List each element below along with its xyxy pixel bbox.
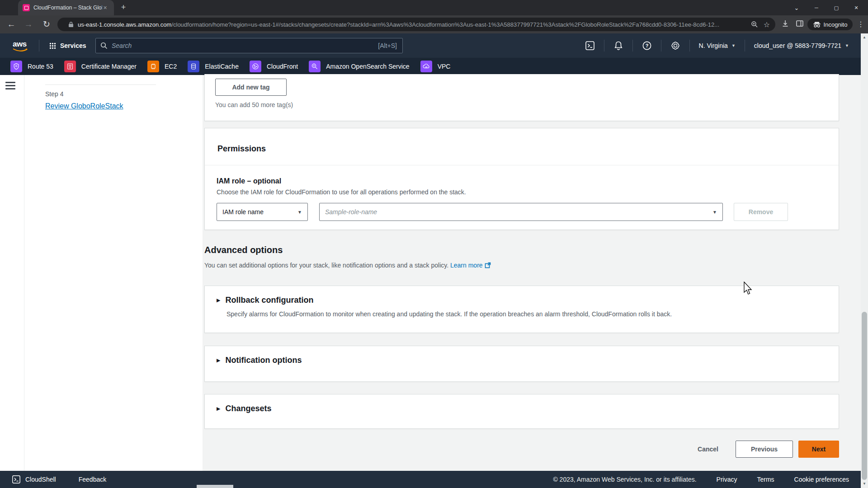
previous-button[interactable]: Previous [736,441,793,458]
expand-arrow-icon[interactable]: ▶ [217,297,220,303]
region-selector[interactable]: N. Virginia ▼ [699,42,736,49]
learn-more-link[interactable]: Learn more [450,262,483,269]
tags-remaining-hint: You can add 50 more tag(s) [215,101,293,108]
privacy-link[interactable]: Privacy [717,476,737,483]
tab-search-icon[interactable]: ⌄ [787,5,807,11]
help-icon[interactable]: ? [642,41,652,51]
account-label: cloud_user @ 5883-7799-7721 [754,42,841,49]
rollback-configuration-description: Specify alarms for CloudFormation to mon… [226,310,827,318]
wizard-actions: Cancel Previous Next [698,441,839,458]
advanced-options-section: Advanced options You can set additional … [204,245,491,270]
chevron-down-icon: ▼ [297,210,302,215]
steps-side-panel: Step 4 Review GloboRoleStack [0,75,203,471]
favorite-opensearch[interactable]: Amazon OpenSearch Service [309,61,409,72]
elasticache-icon [188,61,199,72]
notification-options-title[interactable]: Notification options [225,356,302,365]
favorite-elasticache[interactable]: ElastiCache [188,61,239,72]
iam-role-name-select[interactable]: Sample-role-name ▼ [319,203,723,221]
opensearch-icon [309,61,321,72]
step-link-review-stack[interactable]: Review GloboRoleStack [45,102,123,110]
search-input[interactable]: Search [Alt+S] [95,38,403,53]
incognito-badge: Incognito [807,19,853,30]
iam-role-name-placeholder: Sample-role-name [325,208,377,216]
cloudshell-label: CloudShell [25,476,56,483]
iam-role-type-select[interactable]: IAM role name ▼ [217,203,308,221]
new-tab-button[interactable]: + [118,3,128,12]
changesets-card: ▶ Changesets [204,394,839,429]
rollback-configuration-title[interactable]: Rollback configuration [225,296,313,305]
aws-top-nav: aws Services Search [Alt+S] ? [0,33,861,58]
cookie-preferences-link[interactable]: Cookie preferences [794,476,849,483]
add-new-tag-button[interactable]: Add new tag [215,79,287,96]
scrollbar-thumb[interactable] [862,312,867,480]
nav-divider [39,40,39,52]
favorite-ec2[interactable]: EC2 [147,61,177,72]
svg-text:?: ? [645,43,648,48]
incognito-icon [813,21,821,28]
favorite-certificate-manager[interactable]: Certificate Manager [64,61,137,72]
favorite-cloudfront[interactable]: CloudFront [250,61,298,72]
services-menu[interactable]: Services [49,42,86,49]
lock-icon [68,21,74,28]
step-label: Step 4 [45,90,63,98]
chevron-down-icon: ▼ [731,43,736,48]
incognito-label: Incognito [824,21,848,28]
iam-role-description: Choose the IAM role for CloudFormation t… [217,188,826,196]
favorite-route53[interactable]: Route 53 [10,61,53,72]
zoom-indicator-icon[interactable] [751,21,758,28]
scroll-down-icon[interactable]: ▼ [861,480,868,488]
forward-icon[interactable]: → [22,15,35,33]
expand-arrow-icon[interactable]: ▶ [217,357,220,363]
notification-options-card: ▶ Notification options [204,346,839,382]
side-panel-icon[interactable] [795,19,804,28]
bookmark-star-icon[interactable]: ☆ [764,20,770,29]
vpc-icon [420,61,432,72]
taskbar-fragment [197,485,233,488]
window-minimize-button[interactable]: ─ [807,5,826,10]
aws-logo-text: aws [13,40,27,48]
aws-logo[interactable]: aws [13,40,29,52]
remove-role-button[interactable]: Remove [734,203,788,221]
cloudshell-launcher[interactable]: CloudShell [12,475,56,484]
expand-arrow-icon[interactable]: ▶ [217,406,220,412]
grid-icon [49,42,56,49]
certificate-manager-icon [64,61,76,72]
notifications-bell-icon[interactable] [613,41,623,51]
back-icon[interactable]: ← [5,15,18,33]
page-scrollbar[interactable]: ▲ ▼ [861,33,868,488]
mouse-cursor [744,282,754,295]
nav-right-group: ? N. Virginia ▼ cloud_user @ 5883-7799-7… [585,40,849,52]
hamburger-menu-icon[interactable] [5,82,15,91]
account-menu[interactable]: cloud_user @ 5883-7799-7721 ▼ [754,42,849,49]
permissions-title: Permissions [217,144,826,154]
route53-icon [10,61,22,72]
terms-link[interactable]: Terms [757,476,774,483]
search-icon [100,42,108,49]
changesets-title[interactable]: Changesets [225,404,271,413]
screen: CloudFormation – Stack GloboR ✕ + ⌄ ─ ▢ … [0,0,868,488]
url-bar[interactable]: us-east-1.console.aws.amazon.com/cloudfo… [57,18,775,31]
favorite-vpc[interactable]: VPC [420,61,451,72]
chevron-down-icon: ▼ [712,210,717,215]
feedback-link[interactable]: Feedback [79,476,106,483]
window-controls: ⌄ ─ ▢ ✕ [787,0,866,15]
main-area: Add new tag You can add 50 more tag(s) P… [203,75,861,471]
window-close-button[interactable]: ✕ [846,5,866,11]
url-text: us-east-1.console.aws.amazon.com/cloudfo… [78,21,745,28]
advanced-options-title: Advanced options [204,245,491,255]
page-content: Step 4 Review GloboRoleStack Add new tag… [0,75,861,471]
favorites-bar: Route 53 Certificate Manager EC2 ElastiC… [0,58,861,75]
cloudshell-icon[interactable] [585,41,595,51]
download-icon[interactable] [781,19,790,28]
settings-gear-icon[interactable] [670,41,680,51]
tab-close-icon[interactable]: ✕ [103,5,107,11]
advanced-options-description: You can set additional options for your … [204,262,448,269]
window-restore-button[interactable]: ▢ [826,5,846,11]
browser-tab[interactable]: CloudFormation – Stack GloboR ✕ [18,0,114,15]
reload-icon[interactable]: ↻ [40,15,53,33]
scroll-up-icon[interactable]: ▲ [861,34,868,41]
next-button[interactable]: Next [798,441,839,458]
iam-role-label: IAM role – optional [217,177,826,185]
browser-menu-icon[interactable]: ⋮ [856,15,866,33]
cancel-button[interactable]: Cancel [698,446,718,453]
